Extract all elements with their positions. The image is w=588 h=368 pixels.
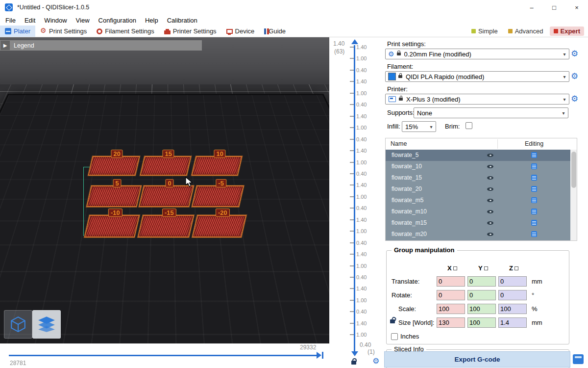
printer-value: X-Plus 3 (modified) (406, 96, 461, 103)
tab-print-settings[interactable]: Print Settings (35, 26, 92, 37)
layer-slider-down-arrow-icon[interactable] (351, 351, 358, 356)
menu-edit[interactable]: Edit (20, 16, 40, 25)
view-3d-button[interactable] (4, 310, 32, 339)
editing-icon[interactable] (531, 152, 537, 158)
model-object-flowrate--20[interactable]: -20 (192, 215, 247, 237)
filament-edit-gear-icon[interactable]: ⚙ (571, 72, 578, 80)
tab-filament-settings[interactable]: Filament Settings (92, 26, 159, 37)
scale--y-input[interactable] (467, 304, 496, 314)
hslider-handle-icon[interactable] (317, 352, 321, 359)
chevron-down-icon: ▾ (560, 97, 569, 102)
editing-icon[interactable] (531, 220, 537, 226)
translate--x-input[interactable] (437, 276, 465, 287)
size-world--x-input[interactable] (437, 317, 465, 328)
infill-combo[interactable]: 15% ▾ (402, 121, 436, 132)
mode-expert[interactable]: Expert (550, 26, 584, 36)
scale--x-input[interactable] (437, 304, 465, 314)
print-settings-combo[interactable]: ⚙ 0.20mm Fine (modified) ▾ (385, 49, 569, 59)
visibility-eye-icon[interactable] (487, 220, 493, 226)
axis-header-y: Y (478, 264, 488, 272)
visibility-eye-icon[interactable] (487, 231, 493, 237)
object-row-flowrate-m20[interactable]: flowrate_m20 (386, 229, 577, 240)
object-row-flowrate-5[interactable]: flowrate_5 (386, 150, 577, 161)
tick-label: 1.00 (356, 263, 367, 269)
mode-advanced[interactable]: Advanced (504, 26, 547, 36)
editing-icon[interactable] (531, 175, 537, 181)
visibility-eye-icon[interactable] (487, 152, 493, 158)
viewport-3d[interactable]: 20151050-5-10-15-20 ▶ Legend (0, 37, 329, 343)
model-object-flowrate-15[interactable]: 15 (140, 156, 191, 176)
editing-icon[interactable] (531, 197, 537, 203)
view-layers-button[interactable] (32, 310, 61, 339)
legend-expand-icon[interactable]: ▶ (0, 41, 10, 50)
print-settings-edit-gear-icon[interactable]: ⚙ (571, 50, 578, 58)
inches-checkbox[interactable] (391, 333, 398, 340)
model-object-flowrate--15[interactable]: -15 (138, 215, 195, 237)
menu-view[interactable]: View (72, 16, 94, 25)
layer-settings-gear-icon[interactable]: ⚙ (372, 356, 379, 366)
object-name: flowrate_5 (392, 152, 418, 158)
visibility-eye-icon[interactable] (487, 209, 493, 215)
tab-printer-settings[interactable]: Printer Settings (159, 26, 221, 37)
size-world--z-input[interactable] (498, 317, 527, 328)
menu-window[interactable]: Window (40, 16, 71, 25)
maximize-button[interactable]: □ (543, 0, 565, 15)
object-row-flowrate-10[interactable]: flowrate_10 (386, 161, 577, 172)
layer-lock-icon[interactable] (351, 361, 356, 365)
editing-icon[interactable] (531, 231, 537, 237)
translate--y-input[interactable] (467, 276, 496, 287)
gm-unit: % (532, 305, 538, 313)
rotate--x-input[interactable] (437, 290, 465, 300)
scale--z-input[interactable] (498, 304, 527, 314)
object-row-flowrate-15[interactable]: flowrate_15 (386, 172, 577, 184)
minimize-button[interactable]: – (520, 0, 543, 15)
hslider-handle-bar[interactable] (322, 352, 323, 359)
print-profile-lock-icon (397, 53, 401, 55)
filament-combo[interactable]: QIDI PLA Rapido (modified) ▾ (385, 71, 569, 82)
editing-icon[interactable] (531, 186, 537, 192)
menu-help[interactable]: Help (141, 16, 163, 25)
brim-checkbox[interactable] (466, 122, 472, 129)
translate--z-input[interactable] (498, 276, 527, 287)
close-button[interactable]: × (565, 0, 588, 15)
object-list-scrollbar[interactable] (570, 150, 577, 240)
layer-tick: 1.40 (350, 182, 367, 188)
legend-bar[interactable]: ▶ Legend (0, 40, 202, 51)
supports-combo[interactable]: None ▾ (414, 107, 568, 118)
tab-plater[interactable]: Plater (0, 26, 35, 37)
tab-guide[interactable]: Guide (259, 26, 291, 37)
visibility-eye-icon[interactable] (487, 197, 493, 204)
object-row-flowrate-m10[interactable]: flowrate_m10 (386, 206, 577, 217)
model-object-flowrate-10[interactable]: 10 (191, 156, 242, 176)
tick-dash-icon (350, 254, 354, 255)
rotate--y-input[interactable] (467, 290, 496, 300)
visibility-eye-icon[interactable] (487, 163, 493, 170)
export-device-icon[interactable] (573, 354, 584, 364)
mode-simple[interactable]: Simple (467, 26, 502, 36)
menu-file[interactable]: File (1, 16, 20, 25)
object-row-flowrate-m15[interactable]: flowrate_m15 (386, 217, 577, 229)
app-window: *Untitled - QIDISlicer-1.0.5 – □ × FileE… (0, 0, 588, 368)
menu-calibration[interactable]: Calibration (163, 16, 202, 25)
model-object-flowrate-20[interactable]: 20 (88, 156, 140, 176)
editing-icon[interactable] (531, 163, 537, 169)
model-object-flowrate--10[interactable]: -10 (84, 215, 140, 237)
tab-device[interactable]: Device (221, 26, 260, 37)
editing-icon[interactable] (531, 209, 537, 214)
model-object-flowrate--5[interactable]: -5 (192, 185, 244, 207)
rotate--z-input[interactable] (498, 290, 527, 300)
printer-edit-gear-icon[interactable]: ⚙ (571, 95, 578, 103)
object-row-flowrate-m5[interactable]: flowrate_m5 (386, 195, 577, 206)
export-gcode-button[interactable]: Export G-code (384, 351, 570, 368)
object-row-flowrate-20[interactable]: flowrate_20 (386, 184, 577, 195)
visibility-eye-icon[interactable] (487, 175, 493, 181)
visibility-eye-icon[interactable] (487, 186, 493, 192)
model-object-flowrate-5[interactable]: 5 (86, 185, 142, 207)
scale-link-lock-icon[interactable] (390, 319, 395, 323)
horizontal-slider[interactable] (9, 355, 317, 356)
size-world--y-input[interactable] (467, 317, 496, 328)
scrollbar-thumb[interactable] (571, 152, 576, 188)
layer-slider-up-arrow-icon[interactable] (351, 39, 358, 44)
printer-combo[interactable]: X-Plus 3 (modified) ▾ (385, 94, 569, 105)
menu-configuration[interactable]: Configuration (94, 16, 141, 25)
